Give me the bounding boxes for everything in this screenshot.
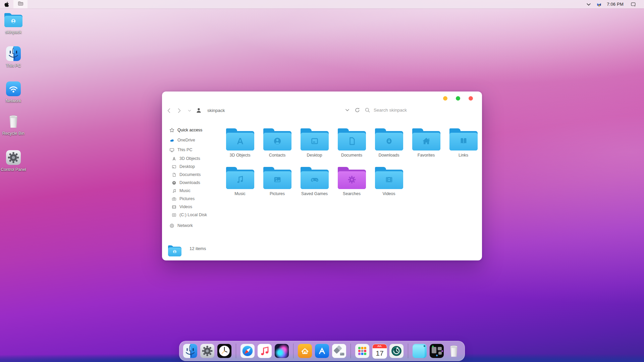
folder-item-downloads[interactable]: Downloads bbox=[370, 128, 408, 158]
sidebar-item-pictures[interactable]: Pictures bbox=[172, 195, 220, 203]
folder-icon bbox=[449, 128, 478, 150]
current-folder-icon bbox=[168, 245, 181, 258]
folder-item-videos[interactable]: Videos bbox=[370, 167, 408, 196]
folder-icon bbox=[263, 128, 291, 150]
sidebar-item-quick-access[interactable]: Quick access bbox=[169, 127, 220, 133]
dock-item-time-machine[interactable] bbox=[389, 344, 404, 358]
desktop: 7:06 PM skinpackThis PCNetworkRecycle Bi… bbox=[0, 0, 644, 362]
folder-icon bbox=[226, 167, 254, 189]
folder-label: Desktop bbox=[307, 153, 322, 158]
desktop-icon-this-pc[interactable]: This PC bbox=[1, 46, 26, 68]
zoom-button[interactable] bbox=[456, 96, 460, 101]
folder-item-links[interactable]: Links bbox=[445, 128, 482, 158]
sidebar: Quick accessOneDriveThis PC3D ObjectsDes… bbox=[169, 127, 220, 229]
sidebar-item-label: Network bbox=[177, 223, 193, 228]
window-glyph-icon bbox=[308, 136, 321, 146]
address-dropdown-chevron[interactable] bbox=[344, 107, 350, 113]
dock-item-mission-control[interactable] bbox=[430, 344, 444, 358]
desktop-icon-label: Recycle Bin bbox=[2, 131, 24, 136]
menubar-clock[interactable]: 7:06 PM bbox=[607, 2, 624, 7]
dock-item-music[interactable] bbox=[258, 344, 272, 358]
file-explorer-window: skinpack Quick accessOneDriveThis PC3D O… bbox=[162, 92, 482, 260]
folder-item-music[interactable]: Music bbox=[221, 167, 259, 196]
folder-label: Pictures bbox=[270, 191, 285, 196]
active-app-button[interactable] bbox=[13, 0, 28, 8]
folder-label: Documents bbox=[341, 153, 362, 158]
apple-menu-button[interactable] bbox=[4, 2, 9, 7]
folder-item-documents[interactable]: Documents bbox=[333, 128, 370, 158]
folder-icon bbox=[338, 128, 366, 150]
sidebar-item-documents[interactable]: Documents bbox=[172, 171, 220, 179]
dock-separator bbox=[351, 344, 351, 358]
folder-item-searches[interactable]: Searches bbox=[333, 167, 370, 196]
sidebar-item-videos[interactable]: Videos bbox=[172, 203, 220, 211]
desktop-icon-label: This PC bbox=[6, 63, 21, 68]
disk-icon bbox=[172, 213, 176, 218]
forward-button[interactable] bbox=[176, 108, 182, 114]
note-glyph-icon bbox=[233, 174, 247, 184]
folder-icon bbox=[301, 128, 329, 150]
calendar-day: 17 bbox=[373, 348, 387, 358]
cloud-icon bbox=[169, 138, 174, 143]
sidebar-item-onedrive[interactable]: OneDrive bbox=[169, 137, 220, 143]
minimize-button[interactable] bbox=[443, 96, 447, 101]
desktop-icon-recycle-bin[interactable]: Recycle Bin bbox=[1, 113, 26, 136]
sidebar-item-label: (C:) Local Disk bbox=[179, 213, 207, 217]
finder-icon bbox=[6, 46, 21, 61]
folder-label: Saved Games bbox=[301, 191, 328, 196]
picture-glyph-icon bbox=[271, 174, 284, 184]
recent-locations-chevron[interactable] bbox=[187, 109, 192, 113]
back-button[interactable] bbox=[166, 108, 172, 114]
dock-item-disk-utility[interactable] bbox=[332, 344, 346, 358]
sidebar-item-music[interactable]: Music bbox=[172, 187, 220, 195]
folder-item-saved-games[interactable]: Saved Games bbox=[296, 167, 333, 196]
folder-label: 3D Objects bbox=[230, 153, 251, 158]
sidebar-item-label: Desktop bbox=[179, 164, 195, 169]
desktop-icon-control-panel[interactable]: Control Panel bbox=[1, 149, 26, 172]
dock-item-trash[interactable] bbox=[447, 344, 461, 358]
folder-label: Music bbox=[234, 191, 246, 196]
search-input[interactable] bbox=[373, 107, 448, 113]
letter-a-icon bbox=[172, 156, 176, 161]
menubar: 7:06 PM bbox=[0, 0, 644, 8]
vmware-tray-icon[interactable] bbox=[596, 2, 602, 7]
gamepad-glyph-icon bbox=[308, 174, 321, 184]
folder-item-contacts[interactable]: Contacts bbox=[259, 128, 296, 158]
dock-item-system-preferences[interactable] bbox=[200, 344, 214, 358]
sidebar-item-this-pc[interactable]: This PC bbox=[169, 147, 220, 153]
dock-item-stickies[interactable] bbox=[413, 344, 427, 358]
window-icon bbox=[172, 164, 176, 169]
sidebar-item--c-local-disk[interactable]: (C:) Local Disk bbox=[172, 211, 220, 219]
download-icon bbox=[172, 180, 176, 185]
dock-item-clock[interactable] bbox=[217, 344, 231, 358]
trash-bin-icon bbox=[6, 114, 21, 129]
desktop-icon-network[interactable]: Network bbox=[1, 81, 26, 103]
folder-item-3d-objects[interactable]: 3D Objects bbox=[221, 128, 259, 158]
dock-item-app-store[interactable] bbox=[315, 344, 329, 358]
folder-label: Links bbox=[459, 153, 468, 158]
folder-item-pictures[interactable]: Pictures bbox=[259, 167, 296, 196]
sidebar-item-network[interactable]: Network bbox=[169, 223, 220, 229]
dock-item-safari[interactable] bbox=[240, 344, 255, 358]
dock-item-launchpad[interactable] bbox=[355, 344, 369, 358]
calendar-month: JUL bbox=[373, 344, 387, 348]
dock-separator bbox=[293, 344, 293, 358]
refresh-icon[interactable] bbox=[355, 107, 360, 113]
folder-label: Favorites bbox=[418, 153, 435, 158]
close-button[interactable] bbox=[469, 96, 473, 101]
dock-item-calendar[interactable]: JUL17 bbox=[372, 344, 386, 358]
sidebar-item-label: Documents bbox=[179, 172, 201, 177]
folder-item-favorites[interactable]: Favorites bbox=[408, 128, 445, 158]
folder-item-desktop[interactable]: Desktop bbox=[296, 128, 333, 158]
chevron-down-icon[interactable] bbox=[586, 2, 591, 7]
sidebar-item-downloads[interactable]: Downloads bbox=[172, 179, 220, 187]
notification-center-icon[interactable] bbox=[631, 2, 636, 7]
address-path[interactable]: skinpack bbox=[207, 108, 225, 113]
sidebar-item-3d-objects[interactable]: 3D Objects bbox=[172, 155, 220, 163]
dock-item-siri[interactable] bbox=[275, 344, 289, 358]
camera-icon bbox=[172, 196, 176, 201]
dock-item-finder[interactable] bbox=[183, 344, 197, 358]
sidebar-item-desktop[interactable]: Desktop bbox=[172, 163, 220, 171]
desktop-icon-skinpack[interactable]: skinpack bbox=[1, 12, 26, 35]
dock-item-home[interactable] bbox=[298, 344, 312, 358]
